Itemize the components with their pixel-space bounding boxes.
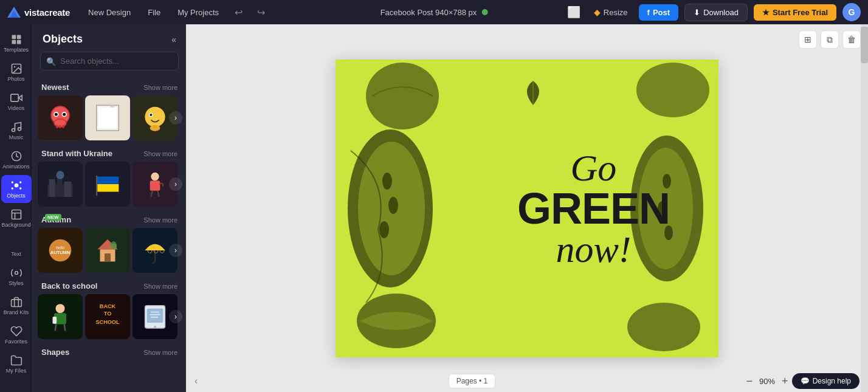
svg-point-16	[11, 187, 13, 189]
svg-point-54	[111, 241, 117, 249]
canvas-center: Go GREEN now!	[186, 24, 868, 392]
pages-indicator[interactable]: Pages • 1	[449, 374, 496, 388]
canvas-go-text: Go	[517, 149, 670, 187]
redo-button[interactable]: ↪	[255, 4, 267, 21]
canvas-tool-delete[interactable]: 🗑	[842, 30, 861, 49]
school-next-arrow[interactable]: ›	[169, 310, 182, 323]
sidebar-item-objects[interactable]: Objects	[1, 175, 32, 203]
sidebar-label-videos: Videos	[8, 105, 24, 111]
show-more-ukraine-button[interactable]: Show more	[143, 150, 177, 157]
canvas-info: Facebook Post 940×788 px	[381, 8, 488, 17]
sidebar-item-templates[interactable]: Templates	[1, 29, 32, 57]
show-more-shapes-button[interactable]: Show more	[143, 349, 177, 356]
zoom-out-button[interactable]: −	[746, 376, 753, 387]
object-back-to-school-text[interactable]: BACK TO SCHOOL	[85, 294, 130, 339]
zoom-value: 90%	[756, 377, 778, 386]
undo-button[interactable]: ↩	[232, 4, 245, 21]
show-more-school-button[interactable]: Show more	[143, 283, 177, 290]
object-student[interactable]	[38, 294, 83, 339]
sidebar-item-brand-kits[interactable]: Brand Kits	[1, 292, 32, 320]
svg-rect-66	[151, 317, 158, 318]
umbrella-image	[140, 235, 170, 266]
svg-marker-8	[18, 95, 22, 100]
show-more-newest-button[interactable]: Show more	[143, 84, 177, 91]
object-skull[interactable]	[38, 95, 83, 140]
svg-rect-64	[151, 312, 159, 313]
sidebar-item-background[interactable]: Background	[1, 204, 32, 232]
zoom-in-button[interactable]: +	[782, 376, 788, 387]
background-icon	[10, 208, 22, 221]
zoom-controls: − 90% + 💬 Design help	[746, 373, 859, 389]
object-ukraine-city[interactable]	[38, 162, 83, 207]
scroll-indicator[interactable]	[861, 24, 868, 392]
face-image	[140, 103, 170, 133]
svg-rect-39	[57, 177, 62, 197]
sidebar-item-videos[interactable]: Videos	[1, 88, 32, 115]
sidebar-item-animations[interactable]: Animations	[1, 146, 32, 174]
svg-point-45	[151, 173, 159, 181]
fb-icon: f	[647, 8, 650, 17]
image-icon	[10, 63, 22, 75]
svg-point-69	[382, 173, 392, 190]
object-ukraine-flag[interactable]	[85, 162, 130, 207]
ukraine-next-arrow[interactable]: ›	[169, 177, 182, 191]
download-icon: ⬇	[694, 8, 700, 17]
design-help-button[interactable]: 💬 Design help	[792, 373, 859, 389]
canvas-tool-copy[interactable]: ⧉	[821, 30, 839, 49]
sidebar-label-objects: Objects	[7, 193, 26, 199]
help-icon: 💬	[801, 377, 810, 385]
object-frame[interactable]	[85, 95, 130, 140]
sidebar-item-favorites[interactable]: Favorites	[1, 321, 32, 349]
sidebar-item-my-files[interactable]: My Files	[1, 350, 32, 378]
my-projects-button[interactable]: My Projects	[174, 5, 222, 19]
svg-rect-44	[96, 176, 98, 196]
design-canvas[interactable]: Go GREEN now!	[336, 60, 718, 357]
canvas-title: Facebook Post 940×788 px	[381, 8, 477, 17]
present-button[interactable]: ⬜	[565, 3, 583, 21]
sidebar-item-text[interactable]: Text	[1, 233, 32, 261]
logo: vistacreate	[7, 5, 70, 19]
new-badge: NEW	[45, 214, 61, 221]
search-input[interactable]	[40, 52, 179, 70]
skull-image	[45, 103, 75, 133]
sidebar-item-music[interactable]: Music	[1, 117, 32, 145]
newest-next-arrow[interactable]: ›	[169, 111, 182, 125]
star-icon: ★	[762, 8, 770, 17]
trial-button[interactable]: ★ Start Free Trial	[754, 4, 836, 21]
file-menu-button[interactable]: File	[144, 5, 164, 19]
show-more-autumn-button[interactable]: Show more	[143, 216, 177, 224]
collapse-panel-button[interactable]: «	[171, 35, 176, 44]
new-design-button[interactable]: New Design	[84, 5, 134, 19]
svg-point-19	[15, 272, 18, 275]
object-autumn-house[interactable]	[85, 228, 130, 273]
objects-icon	[10, 179, 22, 191]
svg-text:hello: hello	[56, 246, 64, 250]
heart-icon	[10, 325, 22, 337]
panel-scroll[interactable]: Newest Show more	[33, 78, 186, 392]
svg-rect-18	[12, 210, 21, 219]
section-newest-header: Newest Show more	[33, 78, 186, 95]
svg-point-79	[636, 63, 709, 117]
post-button[interactable]: f Post	[639, 4, 679, 21]
object-hello-autumn[interactable]: hello AUTUMN	[38, 228, 83, 273]
canvas-green-text: GREEN	[517, 187, 670, 230]
svg-point-7	[13, 66, 15, 68]
svg-text:TO: TO	[104, 311, 112, 317]
sidebar-label-my-files: My Files	[6, 368, 27, 374]
sidebar-item-photos[interactable]: Photos	[1, 58, 32, 86]
brand-icon	[10, 296, 22, 308]
sidebar-item-styles[interactable]: Styles	[1, 263, 32, 291]
student-image	[45, 301, 75, 332]
section-autumn-title: Autumn NEW	[41, 215, 71, 224]
resize-button[interactable]: ◆ Resize	[589, 5, 633, 19]
left-scroll-btn[interactable]: ‹	[195, 376, 198, 387]
musician-image	[140, 169, 170, 199]
canvas-tool-crop[interactable]: ⊞	[799, 30, 817, 49]
panel-title: Objects	[43, 33, 83, 46]
avatar-button[interactable]: G	[842, 3, 861, 21]
svg-point-26	[63, 113, 66, 116]
autumn-next-arrow[interactable]: ›	[169, 244, 182, 257]
svg-point-10	[12, 129, 15, 132]
download-button[interactable]: ⬇ Download	[684, 4, 748, 21]
svg-point-55	[56, 304, 65, 313]
